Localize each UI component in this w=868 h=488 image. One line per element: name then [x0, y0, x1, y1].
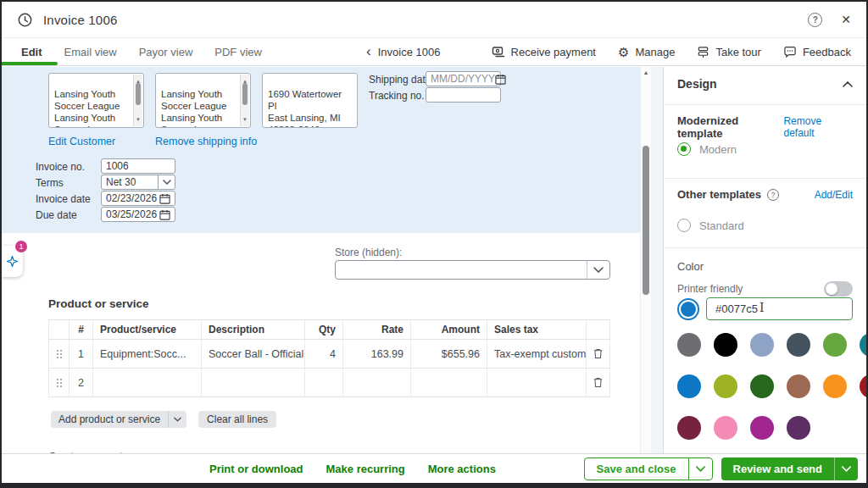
manage-button[interactable]: ⚙ Manage	[618, 46, 675, 58]
color-swatch[interactable]	[714, 333, 737, 357]
scroll-up-arrow[interactable]: ▲	[641, 69, 651, 75]
delete-row-button[interactable]	[587, 340, 610, 368]
color-swatch[interactable]	[677, 416, 701, 440]
main-scrollbar[interactable]: ▲	[640, 67, 651, 455]
invoice-date-input[interactable]: 02/23/2026	[101, 191, 175, 206]
description-cell[interactable]: Soccer Ball - Official	[202, 340, 305, 368]
feedback-button[interactable]: Feedback	[783, 46, 851, 58]
textarea-scrollbar[interactable]: ▲▼	[240, 75, 249, 126]
shipping-date-label: Shipping date	[369, 74, 431, 86]
chevron-down-icon[interactable]	[168, 411, 186, 428]
chevron-down-icon[interactable]	[834, 458, 858, 480]
color-swatch[interactable]	[823, 333, 847, 357]
tab-pdf-view[interactable]: PDF view	[214, 38, 284, 65]
terms-label: Terms	[36, 177, 64, 189]
tab-email-view[interactable]: Email view	[64, 38, 139, 65]
add-edit-link[interactable]: Add/Edit	[815, 189, 853, 201]
modern-radio[interactable]	[677, 142, 691, 156]
shipping-address-field[interactable]: Lansing Youth Soccer League Lansing Yout…	[155, 73, 251, 128]
color-swatch[interactable]	[714, 416, 737, 440]
print-or-download-link[interactable]: Print or download	[209, 463, 303, 475]
help-icon[interactable]: ?	[808, 13, 822, 27]
remove-shipping-link[interactable]: Remove shipping info	[155, 136, 257, 147]
review-and-send-button[interactable]: Review and send	[721, 458, 858, 480]
terms-select[interactable]: Net 30	[101, 175, 175, 190]
text-cursor: I	[760, 301, 765, 314]
color-swatch[interactable]	[860, 333, 868, 357]
color-swatch[interactable]	[677, 333, 701, 357]
sales-tax-cell[interactable]: Tax-exempt customer	[487, 340, 587, 368]
modern-radio-label: Modern	[699, 143, 737, 156]
receive-payment-button[interactable]: Receive payment	[492, 45, 596, 58]
active-tab-indicator	[2, 62, 58, 65]
store-select[interactable]	[335, 260, 610, 280]
chevron-left-icon: ‹	[366, 44, 371, 58]
standard-radio-label: Standard	[699, 219, 744, 232]
tab-payor-view[interactable]: Payor view	[139, 38, 215, 65]
standard-radio[interactable]	[677, 219, 691, 232]
more-actions-link[interactable]: More actions	[428, 463, 496, 475]
color-swatch[interactable]	[677, 374, 701, 398]
rate-cell[interactable]	[343, 369, 411, 396]
notification-badge: 1	[15, 241, 27, 252]
drag-handle[interactable]	[48, 340, 70, 368]
drag-handle[interactable]	[48, 369, 70, 396]
table-row: 2	[48, 369, 610, 397]
chevron-down-icon[interactable]	[688, 458, 712, 480]
calendar-icon[interactable]	[159, 209, 170, 220]
edit-customer-link[interactable]: Edit Customer	[48, 136, 115, 147]
shipping-date-input[interactable]: MM/DD/YYYY	[426, 71, 501, 86]
add-product-button[interactable]: Add product or service	[51, 411, 186, 428]
color-swatch[interactable]	[750, 416, 774, 440]
help-icon[interactable]: ?	[767, 189, 779, 201]
due-date-input[interactable]: 03/25/2026	[101, 207, 175, 222]
chevron-up-icon[interactable]	[843, 81, 853, 87]
receive-payment-icon	[492, 45, 505, 58]
other-templates-heading: Other templates	[677, 188, 761, 201]
color-swatch[interactable]	[787, 416, 810, 440]
tracking-no-label: Tracking no.	[369, 90, 425, 102]
color-swatch[interactable]	[860, 374, 868, 398]
view-tabbar: Edit Email view Payor view PDF view ‹ In…	[2, 38, 866, 66]
description-cell[interactable]	[202, 369, 305, 396]
sales-tax-cell[interactable]	[487, 369, 587, 396]
color-swatch[interactable]	[714, 374, 737, 398]
qty-cell[interactable]: 4	[305, 340, 343, 368]
calendar-icon[interactable]	[495, 74, 506, 85]
product-cell[interactable]: Equipment:Socc...	[93, 340, 202, 368]
billing-address-field[interactable]: Lansing Youth Soccer League Lansing Yout…	[48, 73, 144, 128]
delete-row-button[interactable]	[587, 369, 610, 396]
tracking-no-input[interactable]	[426, 87, 501, 103]
remove-default-link[interactable]: Remove default	[783, 115, 853, 139]
gear-icon: ⚙	[618, 46, 629, 58]
assistant-widget[interactable]: 1	[2, 246, 23, 277]
printer-friendly-toggle[interactable]	[824, 281, 853, 297]
amount-cell: $655.96	[411, 340, 487, 368]
calendar-icon[interactable]	[159, 193, 170, 204]
selected-color-swatch[interactable]	[677, 298, 699, 320]
rate-cell[interactable]: 163.99	[343, 340, 411, 368]
scrollbar-thumb[interactable]	[643, 146, 649, 295]
color-hex-input[interactable]: #0077c5 I	[706, 297, 853, 320]
textarea-scrollbar[interactable]: ▲▼	[133, 75, 142, 126]
take-tour-button[interactable]: Take tour	[697, 46, 760, 58]
color-swatch[interactable]	[823, 374, 847, 398]
close-icon[interactable]: ✕	[841, 13, 851, 26]
invoice-no-input[interactable]: 1006	[101, 158, 175, 174]
invoice-window: Invoice 1006 ? ✕ Edit Email view Payor v…	[0, 0, 868, 488]
color-swatch[interactable]	[787, 374, 810, 398]
clear-all-lines-button[interactable]: Clear all lines	[198, 411, 276, 428]
product-cell[interactable]	[93, 369, 202, 396]
color-swatch[interactable]	[787, 333, 810, 357]
qty-cell[interactable]	[305, 369, 343, 396]
history-icon[interactable]	[17, 12, 33, 28]
breadcrumb[interactable]: ‹ Invoice 1006	[366, 38, 440, 65]
table-header-row: # Product/service Description Qty Rate A…	[48, 320, 610, 340]
design-panel-title: Design	[677, 77, 717, 91]
design-panel: Design Modernized template Remove defaul…	[663, 67, 866, 455]
color-swatch[interactable]	[750, 374, 774, 398]
ship-to-address-field[interactable]: 1690 Watertower Pl East Lansing, MI 4882…	[262, 73, 358, 128]
color-swatch[interactable]	[750, 333, 774, 357]
make-recurring-link[interactable]: Make recurring	[326, 463, 405, 475]
save-and-close-button[interactable]: Save and close	[584, 458, 713, 480]
